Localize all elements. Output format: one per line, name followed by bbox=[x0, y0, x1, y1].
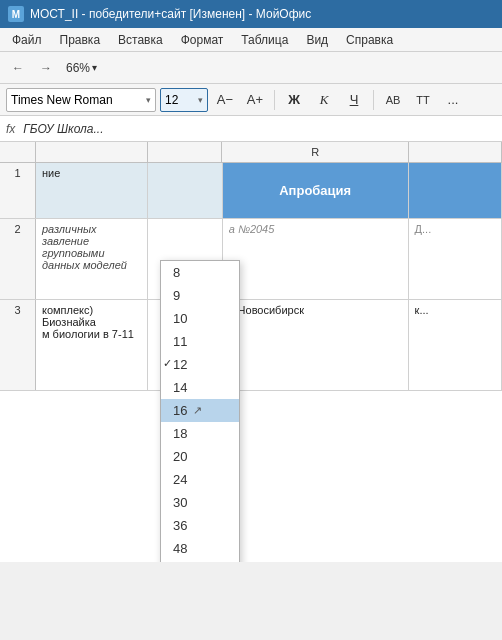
cell-2-r[interactable]: а №2045 bbox=[223, 219, 409, 299]
font-size-option-18[interactable]: 18 bbox=[161, 422, 239, 445]
cell-2-a[interactable]: различныхзавление групповымиданных модел… bbox=[36, 219, 148, 299]
italic-button[interactable]: К bbox=[311, 88, 337, 112]
table-row: 1 ние Апробация bbox=[0, 163, 502, 219]
cell-3-s[interactable]: к... bbox=[409, 300, 502, 390]
font-size-selector[interactable]: 12 ▾ bbox=[160, 88, 208, 112]
title-bar: M МОСТ_II - победители+сайт [Изменен] - … bbox=[0, 0, 502, 28]
table-row: 3 комплекс) Биознайкам биологии в 7-11 г… bbox=[0, 300, 502, 391]
increase-font-button[interactable]: A+ bbox=[242, 88, 268, 112]
font-size-option-24[interactable]: 24 bbox=[161, 468, 239, 491]
underline-button[interactable]: Ч bbox=[341, 88, 367, 112]
col-header-s bbox=[409, 142, 502, 162]
cell-3-r[interactable]: г. Новосибирск bbox=[223, 300, 409, 390]
toolbar: ← → 66% ▾ bbox=[0, 52, 502, 84]
font-dropdown-arrow: ▾ bbox=[146, 95, 151, 105]
font-size-option-8[interactable]: 8 bbox=[161, 261, 239, 284]
bold-button[interactable]: Ж bbox=[281, 88, 307, 112]
row-number-2: 2 bbox=[0, 219, 36, 299]
spreadsheet: R 1 ние Апробация 2 различныхзавление гр… bbox=[0, 142, 502, 562]
font-size-option-12[interactable]: 12 bbox=[161, 353, 239, 376]
undo-button[interactable]: ← bbox=[6, 56, 30, 80]
menu-insert[interactable]: Вставка bbox=[110, 31, 171, 49]
divider-1 bbox=[274, 90, 275, 110]
row-number-1: 1 bbox=[0, 163, 36, 218]
font-name-selector[interactable]: Times New Roman ▾ bbox=[6, 88, 156, 112]
font-size-option-48[interactable]: 48 bbox=[161, 537, 239, 560]
font-size-option-10[interactable]: 10 bbox=[161, 307, 239, 330]
formula-content: ГБОУ Школа... bbox=[23, 122, 103, 136]
font-size-option-60[interactable]: 60 bbox=[161, 560, 239, 562]
font-size-dropdown: 8 9 10 11 12 14 16 ↗ 18 20 24 30 36 48 6… bbox=[160, 260, 240, 562]
col-header-a bbox=[36, 142, 148, 162]
cell-2-s[interactable]: Д... bbox=[409, 219, 502, 299]
redo-button[interactable]: → bbox=[34, 56, 58, 80]
menu-view[interactable]: Вид bbox=[298, 31, 336, 49]
font-size-option-36[interactable]: 36 bbox=[161, 514, 239, 537]
more-button[interactable]: ... bbox=[440, 88, 466, 112]
window-title: МОСТ_II - победители+сайт [Изменен] - Мо… bbox=[30, 7, 494, 21]
font-size-option-20[interactable]: 20 bbox=[161, 445, 239, 468]
row-number-3: 3 bbox=[0, 300, 36, 390]
cell-1-s[interactable] bbox=[409, 163, 502, 218]
font-size-option-11[interactable]: 11 bbox=[161, 330, 239, 353]
ab-button[interactable]: АВ bbox=[380, 88, 406, 112]
col-header-b bbox=[148, 142, 223, 162]
divider-2 bbox=[373, 90, 374, 110]
menu-edit[interactable]: Правка bbox=[52, 31, 109, 49]
cell-3-a[interactable]: комплекс) Биознайкам биологии в 7-11 bbox=[36, 300, 148, 390]
app-icon: M bbox=[8, 6, 24, 22]
zoom-display[interactable]: 66% ▾ bbox=[62, 59, 101, 77]
size-dropdown-arrow: ▾ bbox=[198, 95, 203, 105]
font-size-option-30[interactable]: 30 bbox=[161, 491, 239, 514]
menu-help[interactable]: Справка bbox=[338, 31, 401, 49]
column-headers: R bbox=[0, 142, 502, 163]
decrease-font-button[interactable]: A− bbox=[212, 88, 238, 112]
table-row: 2 различныхзавление групповымиданных мод… bbox=[0, 219, 502, 300]
font-toolbar: Times New Roman ▾ 12 ▾ A− A+ Ж К Ч АВ ТТ… bbox=[0, 84, 502, 116]
row-num-header bbox=[0, 142, 36, 162]
menu-table[interactable]: Таблица bbox=[233, 31, 296, 49]
font-size-option-9[interactable]: 9 bbox=[161, 284, 239, 307]
table-body: 1 ние Апробация 2 различныхзавление груп… bbox=[0, 163, 502, 391]
col-header-r: R bbox=[222, 142, 408, 162]
cell-1-r[interactable]: Апробация bbox=[223, 163, 409, 218]
fx-label: fx bbox=[6, 122, 15, 136]
tt-button[interactable]: ТТ bbox=[410, 88, 436, 112]
font-size-option-14[interactable]: 14 bbox=[161, 376, 239, 399]
menu-format[interactable]: Формат bbox=[173, 31, 232, 49]
font-size-option-16[interactable]: 16 ↗ bbox=[161, 399, 239, 422]
cell-1-b[interactable] bbox=[148, 163, 223, 218]
formula-bar: fx ГБОУ Школа... bbox=[0, 116, 502, 142]
menu-bar: Файл Правка Вставка Формат Таблица Вид С… bbox=[0, 28, 502, 52]
menu-file[interactable]: Файл bbox=[4, 31, 50, 49]
cell-1-a[interactable]: ние bbox=[36, 163, 148, 218]
